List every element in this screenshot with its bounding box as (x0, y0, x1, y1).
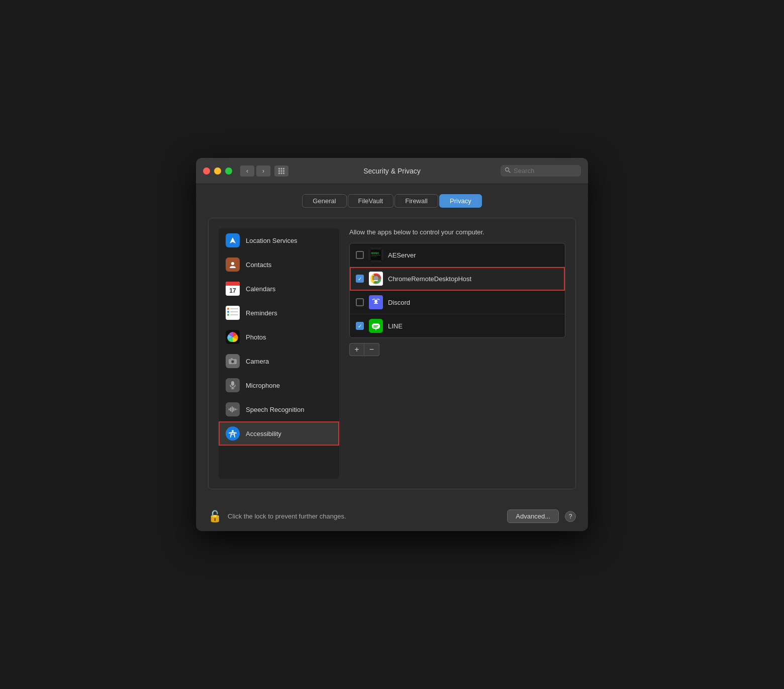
chrome-remote-checkbox[interactable]: ✓ (356, 275, 364, 283)
sidebar-item-microphone[interactable]: Microphone (219, 373, 339, 397)
svg-rect-26 (235, 408, 236, 410)
maximize-button[interactable] (225, 167, 232, 175)
sidebar-item-accessibility[interactable]: Accessibility (219, 421, 339, 446)
close-button[interactable] (203, 167, 210, 175)
sidebar-item-reminders[interactable]: Reminders (219, 301, 339, 325)
reminders-icon (226, 306, 240, 320)
app-row-line[interactable]: ✓ LINE (350, 314, 565, 337)
svg-rect-23 (230, 407, 231, 411)
svg-rect-7 (281, 173, 282, 174)
sidebar: Location Services Contacts (219, 228, 339, 479)
sidebar-label-speech-recognition: Speech Recognition (246, 406, 304, 413)
aeserver-name: AEServer (388, 251, 416, 259)
minimize-button[interactable] (214, 167, 221, 175)
sidebar-item-location-services[interactable]: Location Services (219, 228, 339, 252)
calendars-icon: 17 (226, 282, 240, 296)
svg-rect-19 (231, 381, 234, 386)
svg-rect-22 (229, 408, 230, 410)
bottom-bar: 🔓 Click the lock to prevent further chan… (196, 501, 588, 531)
svg-rect-3 (278, 170, 280, 171)
svg-line-10 (509, 171, 510, 173)
main-window: ‹ › Security & Privacy (196, 158, 588, 531)
svg-rect-33 (371, 255, 381, 255)
svg-text:exec: exec (371, 251, 379, 255)
sidebar-label-accessibility: Accessibility (246, 430, 281, 438)
line-icon (369, 319, 383, 333)
discord-icon (369, 295, 383, 309)
tab-firewall[interactable]: Firewall (395, 194, 438, 208)
help-button[interactable]: ? (565, 511, 576, 522)
svg-rect-8 (283, 173, 284, 174)
location-icon (226, 233, 240, 247)
svg-rect-40 (372, 276, 379, 280)
svg-rect-47 (373, 325, 378, 326)
svg-point-13 (231, 262, 234, 265)
sidebar-label-contacts: Contacts (246, 261, 271, 269)
sidebar-item-speech-recognition[interactable]: Speech Recognition (219, 397, 339, 421)
sidebar-item-camera[interactable]: Camera (219, 349, 339, 373)
svg-rect-2 (283, 168, 284, 169)
chrome-remote-icon (369, 272, 383, 286)
svg-rect-24 (232, 406, 233, 412)
back-button[interactable]: ‹ (240, 165, 254, 177)
tabs-row: General FileVault Firewall Privacy (208, 194, 576, 208)
remove-app-button[interactable]: − (364, 343, 379, 356)
sidebar-label-microphone: Microphone (246, 382, 280, 389)
sidebar-item-photos[interactable]: Photos (219, 325, 339, 349)
aeserver-icon: exec (369, 248, 383, 262)
speech-recognition-icon (226, 402, 240, 416)
svg-marker-11 (230, 237, 236, 243)
discord-name: Discord (388, 299, 410, 306)
svg-rect-6 (278, 173, 280, 174)
app-row-aeserver[interactable]: exec AEServer (350, 243, 565, 267)
content-description: Allow the apps below to control your com… (349, 228, 565, 236)
search-icon (505, 167, 511, 175)
add-app-button[interactable]: + (349, 343, 364, 356)
apps-list: exec AEServer ✓ (349, 243, 565, 338)
camera-icon (226, 354, 240, 368)
svg-rect-25 (233, 407, 234, 411)
sidebar-item-contacts[interactable]: Contacts (219, 252, 339, 277)
app-row-discord[interactable]: Discord (350, 291, 565, 314)
line-checkbox[interactable]: ✓ (356, 322, 364, 330)
svg-rect-48 (373, 327, 377, 328)
sidebar-item-calendars[interactable]: 17 Calendars (219, 277, 339, 301)
sidebar-label-calendars: Calendars (246, 285, 275, 293)
svg-point-29 (232, 430, 234, 432)
forward-button[interactable]: › (256, 165, 270, 177)
nav-buttons: ‹ › (240, 165, 288, 177)
titlebar: ‹ › Security & Privacy (196, 158, 588, 184)
svg-point-17 (232, 361, 234, 363)
discord-checkbox[interactable] (356, 298, 364, 306)
svg-point-44 (377, 302, 378, 303)
list-actions: + − (349, 343, 565, 356)
accessibility-icon (226, 426, 240, 441)
sidebar-label-photos: Photos (246, 333, 266, 341)
main-panel: Location Services Contacts (208, 218, 576, 489)
search-box[interactable] (501, 165, 581, 177)
chrome-remote-name: ChromeRemoteDesktopHost (388, 275, 471, 283)
microphone-icon (226, 378, 240, 392)
window-title: Security & Privacy (363, 167, 421, 175)
svg-rect-1 (281, 168, 282, 169)
aeserver-checkbox[interactable] (356, 251, 364, 259)
svg-rect-5 (283, 170, 284, 171)
app-row-chrome-remote[interactable]: ✓ (350, 267, 565, 291)
svg-rect-34 (371, 256, 377, 257)
svg-point-28 (227, 428, 238, 439)
content-area: Allow the apps below to control your com… (349, 228, 565, 479)
tab-general[interactable]: General (302, 194, 346, 208)
tab-filevault[interactable]: FileVault (348, 194, 394, 208)
svg-rect-0 (278, 168, 280, 169)
advanced-button[interactable]: Advanced... (507, 509, 559, 523)
sidebar-label-location-services: Location Services (246, 237, 298, 244)
window-content: General FileVault Firewall Privacy Locat… (196, 184, 588, 501)
lock-icon[interactable]: 🔓 (208, 510, 222, 523)
line-name: LINE (388, 322, 403, 330)
sidebar-label-reminders: Reminders (246, 309, 277, 317)
tab-privacy[interactable]: Privacy (439, 194, 482, 208)
search-input[interactable] (514, 167, 577, 175)
contacts-icon (226, 257, 240, 272)
grid-button[interactable] (274, 165, 288, 177)
svg-rect-27 (236, 409, 237, 410)
